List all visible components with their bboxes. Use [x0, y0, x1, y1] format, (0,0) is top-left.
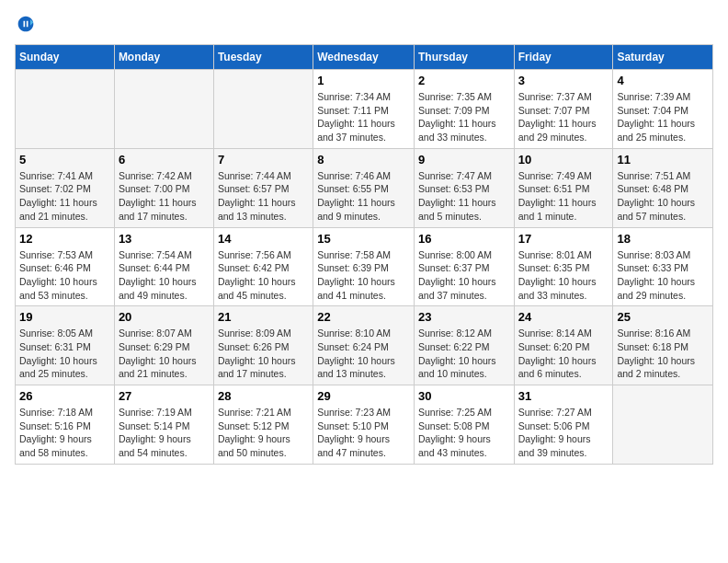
day-number: 10 [518, 153, 609, 167]
calendar-table: SundayMondayTuesdayWednesdayThursdayFrid… [15, 44, 713, 465]
calendar-cell: 2Sunrise: 7:35 AM Sunset: 7:09 PM Daylig… [414, 70, 514, 149]
day-number: 3 [518, 74, 609, 87]
calendar-cell: 18Sunrise: 8:03 AM Sunset: 6:33 PM Dayli… [613, 227, 713, 306]
day-info: Sunrise: 7:46 AM Sunset: 6:55 PM Dayligh… [317, 169, 410, 224]
weekday-header: Tuesday [213, 45, 313, 70]
calendar-cell: 9Sunrise: 7:47 AM Sunset: 6:53 PM Daylig… [414, 148, 514, 227]
calendar-week-row: 5Sunrise: 7:41 AM Sunset: 7:02 PM Daylig… [16, 148, 713, 227]
day-number: 14 [218, 232, 309, 246]
calendar-cell: 28Sunrise: 7:21 AM Sunset: 5:12 PM Dayli… [213, 385, 313, 465]
day-number: 30 [418, 389, 510, 403]
weekday-header: Wednesday [313, 45, 415, 70]
calendar-cell: 13Sunrise: 7:54 AM Sunset: 6:44 PM Dayli… [114, 227, 213, 306]
day-info: Sunrise: 7:54 AM Sunset: 6:44 PM Dayligh… [119, 248, 210, 303]
weekday-header: Sunday [16, 45, 115, 70]
calendar-cell: 19Sunrise: 8:05 AM Sunset: 6:31 PM Dayli… [16, 306, 115, 385]
calendar-cell: 1Sunrise: 7:34 AM Sunset: 7:11 PM Daylig… [313, 70, 415, 149]
day-number: 8 [317, 153, 410, 167]
calendar-cell: 3Sunrise: 7:37 AM Sunset: 7:07 PM Daylig… [514, 70, 613, 149]
day-info: Sunrise: 7:35 AM Sunset: 7:09 PM Dayligh… [418, 90, 510, 144]
day-number: 19 [19, 310, 110, 324]
day-number: 25 [617, 310, 709, 324]
calendar-cell: 31Sunrise: 7:27 AM Sunset: 5:06 PM Dayli… [514, 385, 613, 465]
day-info: Sunrise: 7:42 AM Sunset: 7:00 PM Dayligh… [119, 169, 210, 224]
calendar-cell [213, 70, 313, 149]
day-number: 16 [418, 232, 510, 246]
day-number: 26 [19, 389, 110, 403]
day-info: Sunrise: 8:16 AM Sunset: 6:18 PM Dayligh… [617, 327, 709, 381]
day-number: 12 [19, 232, 110, 246]
day-info: Sunrise: 8:09 AM Sunset: 6:26 PM Dayligh… [218, 327, 309, 381]
day-info: Sunrise: 7:41 AM Sunset: 7:02 PM Dayligh… [19, 169, 110, 224]
day-number: 7 [218, 153, 309, 167]
day-number: 1 [317, 74, 410, 87]
logo-icon [17, 15, 35, 33]
day-info: Sunrise: 8:00 AM Sunset: 6:37 PM Dayligh… [418, 248, 510, 303]
day-number: 21 [218, 310, 309, 324]
day-info: Sunrise: 8:03 AM Sunset: 6:33 PM Dayligh… [617, 248, 709, 303]
day-number: 17 [518, 232, 609, 246]
day-info: Sunrise: 8:14 AM Sunset: 6:20 PM Dayligh… [518, 327, 609, 381]
day-number: 15 [317, 232, 410, 246]
day-number: 2 [418, 74, 510, 87]
calendar-cell: 14Sunrise: 7:56 AM Sunset: 6:42 PM Dayli… [213, 227, 313, 306]
day-number: 9 [418, 153, 510, 167]
calendar-cell: 17Sunrise: 8:01 AM Sunset: 6:35 PM Dayli… [514, 227, 613, 306]
day-number: 31 [518, 389, 609, 403]
day-number: 23 [418, 310, 510, 324]
calendar-week-row: 19Sunrise: 8:05 AM Sunset: 6:31 PM Dayli… [16, 306, 713, 385]
calendar-cell: 20Sunrise: 8:07 AM Sunset: 6:29 PM Dayli… [114, 306, 213, 385]
calendar-cell: 21Sunrise: 8:09 AM Sunset: 6:26 PM Dayli… [213, 306, 313, 385]
day-info: Sunrise: 7:53 AM Sunset: 6:46 PM Dayligh… [19, 248, 110, 303]
day-info: Sunrise: 7:44 AM Sunset: 6:57 PM Dayligh… [218, 169, 309, 224]
day-info: Sunrise: 7:39 AM Sunset: 7:04 PM Dayligh… [617, 90, 709, 144]
day-info: Sunrise: 7:49 AM Sunset: 6:51 PM Dayligh… [518, 169, 609, 224]
day-info: Sunrise: 7:56 AM Sunset: 6:42 PM Dayligh… [218, 248, 309, 303]
weekday-header: Saturday [613, 45, 713, 70]
day-info: Sunrise: 7:47 AM Sunset: 6:53 PM Dayligh… [418, 169, 510, 224]
calendar-cell: 24Sunrise: 8:14 AM Sunset: 6:20 PM Dayli… [514, 306, 613, 385]
day-info: Sunrise: 7:37 AM Sunset: 7:07 PM Dayligh… [518, 90, 609, 144]
day-info: Sunrise: 8:01 AM Sunset: 6:35 PM Dayligh… [518, 248, 609, 303]
day-number: 29 [317, 389, 410, 403]
day-number: 18 [617, 232, 709, 246]
calendar-week-row: 26Sunrise: 7:18 AM Sunset: 5:16 PM Dayli… [16, 385, 713, 465]
day-number: 5 [19, 153, 110, 167]
day-number: 20 [119, 310, 210, 324]
day-info: Sunrise: 8:12 AM Sunset: 6:22 PM Dayligh… [418, 327, 510, 381]
page-header [15, 15, 713, 33]
day-info: Sunrise: 7:58 AM Sunset: 6:39 PM Dayligh… [317, 248, 410, 303]
day-info: Sunrise: 7:27 AM Sunset: 5:06 PM Dayligh… [518, 406, 609, 460]
calendar-cell: 12Sunrise: 7:53 AM Sunset: 6:46 PM Dayli… [16, 227, 115, 306]
weekday-header: Thursday [414, 45, 514, 70]
calendar-cell [613, 385, 713, 465]
day-info: Sunrise: 7:23 AM Sunset: 5:10 PM Dayligh… [317, 406, 410, 460]
day-info: Sunrise: 7:34 AM Sunset: 7:11 PM Dayligh… [317, 90, 410, 144]
day-number: 22 [317, 310, 410, 324]
calendar-cell: 7Sunrise: 7:44 AM Sunset: 6:57 PM Daylig… [213, 148, 313, 227]
calendar-week-row: 1Sunrise: 7:34 AM Sunset: 7:11 PM Daylig… [16, 70, 713, 149]
day-number: 11 [617, 153, 709, 167]
calendar-cell: 26Sunrise: 7:18 AM Sunset: 5:16 PM Dayli… [16, 385, 115, 465]
day-number: 24 [518, 310, 609, 324]
calendar-cell: 22Sunrise: 8:10 AM Sunset: 6:24 PM Dayli… [313, 306, 415, 385]
day-number: 28 [218, 389, 309, 403]
calendar-cell: 8Sunrise: 7:46 AM Sunset: 6:55 PM Daylig… [313, 148, 415, 227]
calendar-cell: 5Sunrise: 7:41 AM Sunset: 7:02 PM Daylig… [16, 148, 115, 227]
day-number: 4 [617, 74, 709, 87]
logo [15, 15, 35, 33]
calendar-cell: 10Sunrise: 7:49 AM Sunset: 6:51 PM Dayli… [514, 148, 613, 227]
calendar-cell [16, 70, 115, 149]
calendar-cell: 27Sunrise: 7:19 AM Sunset: 5:14 PM Dayli… [114, 385, 213, 465]
calendar-cell: 23Sunrise: 8:12 AM Sunset: 6:22 PM Dayli… [414, 306, 514, 385]
day-info: Sunrise: 8:05 AM Sunset: 6:31 PM Dayligh… [19, 327, 110, 381]
day-info: Sunrise: 7:19 AM Sunset: 5:14 PM Dayligh… [119, 406, 210, 460]
weekday-header: Friday [514, 45, 613, 70]
day-number: 13 [119, 232, 210, 246]
calendar-cell: 15Sunrise: 7:58 AM Sunset: 6:39 PM Dayli… [313, 227, 415, 306]
weekday-header: Monday [114, 45, 213, 70]
calendar-cell: 16Sunrise: 8:00 AM Sunset: 6:37 PM Dayli… [414, 227, 514, 306]
day-info: Sunrise: 8:07 AM Sunset: 6:29 PM Dayligh… [119, 327, 210, 381]
day-info: Sunrise: 7:51 AM Sunset: 6:48 PM Dayligh… [617, 169, 709, 224]
calendar-cell: 6Sunrise: 7:42 AM Sunset: 7:00 PM Daylig… [114, 148, 213, 227]
